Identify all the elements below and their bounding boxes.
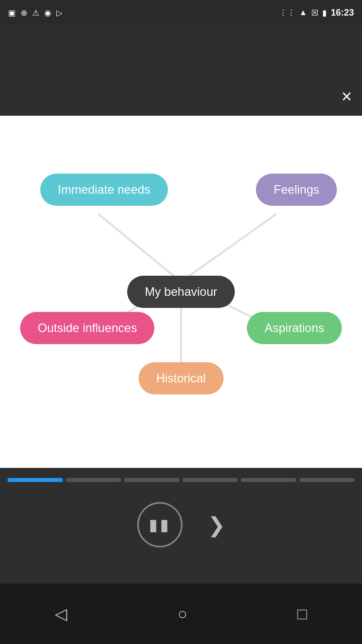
progress-bar bbox=[8, 478, 354, 482]
status-time: 16:23 bbox=[331, 8, 354, 18]
wifi-icon: ▲ bbox=[299, 8, 307, 17]
home-button[interactable]: ○ bbox=[177, 605, 187, 623]
file-icon: ▣ bbox=[8, 8, 16, 18]
playback-controls: ▮▮ ❯ bbox=[137, 502, 225, 547]
nav-bar: ◁ ○ □ bbox=[0, 584, 362, 644]
play-icon: ▷ bbox=[56, 8, 62, 18]
status-icons-left: ▣ ⊕ ⚠ ◉ ▷ bbox=[8, 8, 62, 18]
node-historical[interactable]: Historical bbox=[139, 362, 224, 394]
progress-segment-1 bbox=[8, 478, 63, 482]
signal-off-icon: ☒ bbox=[311, 8, 318, 18]
warning-icon: ⚠ bbox=[32, 8, 39, 18]
status-bar: ▣ ⊕ ⚠ ◉ ▷ ⋮⋮ ▲ ☒ ▮ 16:23 bbox=[0, 0, 362, 25]
node-immediate-needs[interactable]: Immediate needs bbox=[40, 174, 168, 206]
header-area: × bbox=[0, 25, 362, 116]
shield-icon: ⊕ bbox=[21, 8, 27, 18]
status-icons-right: ⋮⋮ ▲ ☒ ▮ 16:23 bbox=[279, 8, 354, 18]
node-outside-influences[interactable]: Outside influences bbox=[20, 312, 154, 344]
mind-map: My behaviour Immediate needs Feelings Ou… bbox=[10, 131, 352, 453]
pause-button[interactable]: ▮▮ bbox=[137, 502, 183, 547]
next-icon: ❯ bbox=[208, 513, 225, 537]
svg-line-1 bbox=[181, 214, 277, 282]
battery-icon: ▮ bbox=[322, 8, 327, 18]
next-button[interactable]: ❯ bbox=[208, 513, 225, 537]
center-node[interactable]: My behaviour bbox=[127, 276, 235, 308]
progress-segment-5 bbox=[241, 478, 296, 482]
android-icon: ◉ bbox=[44, 8, 51, 18]
progress-segment-2 bbox=[66, 478, 121, 482]
node-feelings[interactable]: Feelings bbox=[256, 174, 337, 206]
main-content: My behaviour Immediate needs Feelings Ou… bbox=[0, 116, 362, 468]
node-aspirations[interactable]: Aspirations bbox=[247, 312, 342, 344]
recent-apps-button[interactable]: □ bbox=[297, 605, 307, 623]
vibrate-icon: ⋮⋮ bbox=[279, 8, 295, 18]
progress-segment-6 bbox=[299, 478, 354, 482]
progress-segment-4 bbox=[183, 478, 238, 482]
close-button[interactable]: × bbox=[341, 88, 352, 106]
svg-line-0 bbox=[98, 214, 181, 282]
bottom-controls-area: ▮▮ ❯ bbox=[0, 468, 362, 584]
progress-segment-3 bbox=[124, 478, 179, 482]
pause-icon: ▮▮ bbox=[149, 515, 171, 534]
back-button[interactable]: ◁ bbox=[55, 604, 67, 623]
